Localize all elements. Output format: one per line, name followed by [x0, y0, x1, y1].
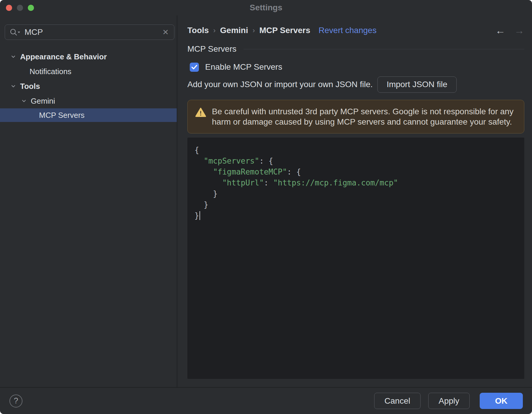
cancel-button[interactable]: Cancel [374, 393, 421, 409]
code-line: "httpUrl": "https://mcp.figma.com/mcp" [194, 177, 517, 188]
code-line: } [194, 210, 517, 221]
breadcrumb-gemini[interactable]: Gemini [220, 26, 248, 35]
history-nav: ← → [495, 25, 524, 36]
sidebar-item-notifications[interactable]: Notifications [0, 64, 177, 79]
add-json-text: Add your own JSON or import your own JSO… [187, 80, 373, 89]
sidebar-item-label: Notifications [30, 67, 72, 76]
import-json-file-button[interactable]: Import JSON file [377, 76, 456, 93]
warning-text: Be careful with untrusted 3rd party MCP … [212, 106, 515, 127]
enable-mcp-row: Enable MCP Servers [190, 61, 524, 73]
forward-arrow-icon: → [514, 25, 524, 36]
code-line: { [194, 145, 517, 156]
enable-mcp-label[interactable]: Enable MCP Servers [205, 62, 282, 72]
text-caret [200, 211, 200, 220]
breadcrumb-separator: › [209, 26, 220, 35]
search-input[interactable] [25, 27, 162, 37]
code-line: } [194, 188, 517, 199]
code-line: } [194, 199, 517, 210]
ok-button[interactable]: OK [480, 393, 523, 409]
json-editor[interactable]: { "mcpServers": { "figmaRemoteMCP": { "h… [187, 138, 524, 379]
back-arrow-icon[interactable]: ← [495, 25, 505, 36]
sidebar-item-label: Appearance & Behavior [20, 52, 107, 61]
breadcrumb-tools[interactable]: Tools [187, 26, 209, 35]
breadcrumb-separator: › [248, 26, 259, 35]
warning-banner: Be careful with untrusted 3rd party MCP … [187, 100, 524, 133]
main-area: ✕ Appearance & Behavior Notifications [0, 15, 532, 387]
chevron-down-icon[interactable] [21, 98, 27, 104]
search-icon [10, 28, 20, 36]
zoom-window-button[interactable] [28, 5, 34, 11]
code-line: "figmaRemoteMCP": { [194, 167, 517, 177]
settings-window: Settings ✕ [0, 0, 532, 414]
checkmark-icon [191, 65, 197, 70]
section-title: MCP Servers [187, 44, 236, 54]
sidebar-item-tools[interactable]: Tools [0, 79, 177, 94]
apply-button[interactable]: Apply [428, 393, 470, 409]
import-json-row: Add your own JSON or import your own JSO… [187, 76, 524, 93]
sidebar-item-label: Gemini [31, 97, 55, 106]
sidebar-item-gemini[interactable]: Gemini [0, 94, 177, 108]
chevron-down-icon[interactable] [10, 83, 17, 89]
clear-search-icon[interactable]: ✕ [162, 28, 169, 36]
sidebar-item-appearance-behavior[interactable]: Appearance & Behavior [0, 49, 177, 64]
footer-buttons: Cancel Apply OK [374, 393, 523, 409]
close-window-button[interactable] [6, 5, 12, 11]
code-line: "mcpServers": { [194, 156, 517, 167]
settings-tree: Appearance & Behavior Notifications Tool… [0, 49, 177, 122]
section-divider [244, 49, 524, 49]
minimize-window-button[interactable] [17, 5, 23, 11]
breadcrumb-mcp-servers: MCP Servers [259, 26, 310, 35]
sidebar-item-mcp-servers-selected[interactable]: MCP Servers [0, 108, 177, 122]
window-title: Settings [0, 0, 532, 15]
enable-mcp-checkbox[interactable] [190, 63, 199, 72]
revert-changes-link[interactable]: Revert changes [319, 26, 377, 35]
sidebar-item-label: Tools [20, 82, 40, 91]
breadcrumb: Tools › Gemini › MCP Servers Revert chan… [187, 25, 524, 36]
chevron-down-icon[interactable] [10, 53, 17, 60]
sidebar-item-label: MCP Servers [39, 111, 85, 120]
settings-sidebar: ✕ Appearance & Behavior Notifications [0, 15, 177, 387]
titlebar: Settings [0, 0, 532, 15]
warning-triangle-icon [195, 108, 206, 118]
traffic-lights [6, 5, 34, 11]
question-mark-icon: ? [14, 396, 18, 405]
settings-content: Tools › Gemini › MCP Servers Revert chan… [177, 15, 532, 387]
section-header: MCP Servers [187, 44, 524, 54]
settings-search-box[interactable]: ✕ [5, 25, 174, 40]
footer-bar: ? Cancel Apply OK [0, 387, 532, 414]
help-button[interactable]: ? [9, 395, 22, 408]
